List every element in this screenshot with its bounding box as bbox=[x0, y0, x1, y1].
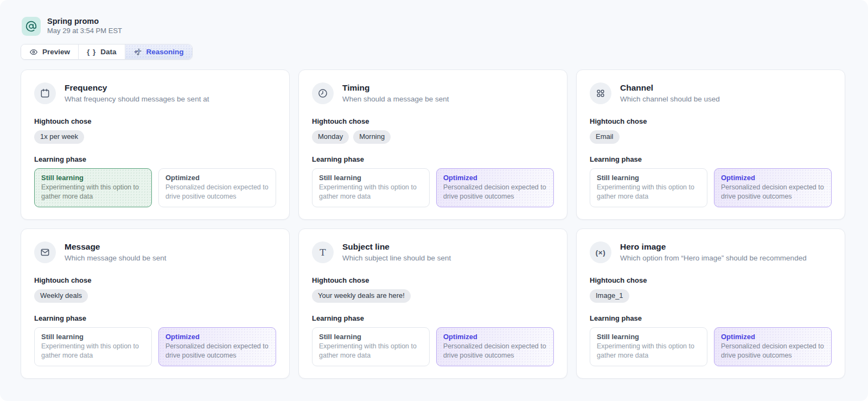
card-title: Channel bbox=[620, 82, 720, 93]
card-description: What frequency should messages be sent a… bbox=[65, 94, 209, 104]
card-title: Hero image bbox=[620, 241, 807, 252]
header-text: Spring promo May 29 at 3:54 PM EST bbox=[47, 16, 122, 36]
clock-icon bbox=[312, 82, 334, 104]
option-still: Still learning Experimenting with this o… bbox=[590, 168, 707, 207]
option-description: Personalized decision expected to drive … bbox=[721, 183, 825, 201]
reasoning-page: Spring promo May 29 at 3:54 PM EST Previ… bbox=[0, 0, 868, 401]
view-tabs: Preview { } Data Reasoning bbox=[21, 44, 193, 60]
card-subject-line: T Subject line Which subject line should… bbox=[298, 228, 567, 379]
card-title: Frequency bbox=[65, 82, 209, 93]
option-description: Personalized decision expected to drive … bbox=[443, 342, 547, 360]
option-title: Still learning bbox=[41, 333, 145, 341]
option-still: Still learning Experimenting with this o… bbox=[34, 168, 152, 207]
card-timing: Timing When should a message be sent Hig… bbox=[298, 69, 567, 220]
option-description: Experimenting with this option to gather… bbox=[597, 183, 700, 201]
text-icon: T bbox=[312, 241, 334, 263]
learning-phase-label: Learning phase bbox=[34, 155, 276, 163]
option-optimized: Optimized Personalized decision expected… bbox=[158, 168, 276, 207]
option-title: Optimized bbox=[443, 174, 547, 182]
option-description: Experimenting with this option to gather… bbox=[319, 342, 423, 360]
learning-phase-label: Learning phase bbox=[312, 155, 554, 163]
tab-data[interactable]: { } Data bbox=[79, 44, 125, 59]
page-header: Spring promo May 29 at 3:54 PM EST bbox=[0, 0, 868, 36]
option-still: Still learning Experimenting with this o… bbox=[312, 168, 430, 207]
chosen-value-chip: Email bbox=[590, 130, 620, 144]
mail-icon bbox=[34, 241, 56, 263]
card-description: Which message should be sent bbox=[65, 253, 167, 263]
page-title: Spring promo bbox=[47, 16, 122, 26]
hightouch-chose-label: Hightouch chose bbox=[312, 276, 554, 284]
braces-icon: { } bbox=[87, 48, 96, 56]
option-description: Personalized decision expected to drive … bbox=[165, 342, 269, 360]
chosen-value-chip: Your weekly deals are here! bbox=[312, 289, 411, 303]
option-optimized: Optimized Personalized decision expected… bbox=[436, 168, 554, 207]
option-title: Optimized bbox=[721, 333, 825, 341]
timestamp: May 29 at 3:54 PM EST bbox=[47, 27, 122, 36]
option-description: Experimenting with this option to gather… bbox=[41, 342, 145, 360]
card-channel: Channel Which channel should be used Hig… bbox=[576, 69, 845, 220]
decision-cards-grid: Frequency What frequency should messages… bbox=[0, 60, 868, 379]
option-title: Optimized bbox=[165, 174, 269, 182]
learning-phase-label: Learning phase bbox=[590, 155, 832, 163]
learning-phase-label: Learning phase bbox=[312, 314, 554, 322]
calendar-icon bbox=[34, 82, 56, 104]
option-title: Optimized bbox=[165, 333, 269, 341]
option-optimized: Optimized Personalized decision expected… bbox=[158, 327, 276, 366]
option-title: Optimized bbox=[443, 333, 547, 341]
card-description: Which subject line should be sent bbox=[342, 253, 451, 263]
hightouch-chose-label: Hightouch chose bbox=[34, 276, 276, 284]
option-optimized: Optimized Personalized decision expected… bbox=[436, 327, 554, 366]
card-title: Message bbox=[65, 241, 167, 252]
card-frequency: Frequency What frequency should messages… bbox=[21, 69, 290, 220]
tab-preview[interactable]: Preview bbox=[21, 44, 79, 59]
card-description: When should a message be sent bbox=[342, 94, 449, 104]
option-title: Still learning bbox=[319, 174, 423, 182]
card-title: Timing bbox=[342, 82, 449, 93]
option-description: Personalized decision expected to drive … bbox=[165, 183, 269, 201]
learning-phase-label: Learning phase bbox=[590, 314, 832, 322]
option-still: Still learning Experimenting with this o… bbox=[590, 327, 707, 366]
card-message: Message Which message should be sent Hig… bbox=[21, 228, 290, 379]
option-title: Optimized bbox=[721, 174, 825, 182]
sparkles-icon bbox=[133, 48, 142, 56]
learning-phase-label: Learning phase bbox=[34, 314, 276, 322]
chosen-value-chip: Image_1 bbox=[590, 289, 629, 303]
eye-icon bbox=[29, 48, 38, 56]
hightouch-chose-label: Hightouch chose bbox=[312, 117, 554, 125]
card-description: Which option from “Hero image” should be… bbox=[620, 253, 807, 263]
tab-reasoning[interactable]: Reasoning bbox=[125, 44, 192, 59]
option-description: Experimenting with this option to gather… bbox=[41, 183, 145, 201]
option-description: Experimenting with this option to gather… bbox=[597, 342, 700, 360]
option-still: Still learning Experimenting with this o… bbox=[34, 327, 152, 366]
option-description: Experimenting with this option to gather… bbox=[319, 183, 423, 201]
option-title: Still learning bbox=[319, 333, 423, 341]
chosen-value-chip: Monday bbox=[312, 130, 349, 144]
hightouch-chose-label: Hightouch chose bbox=[34, 117, 276, 125]
card-hero-image: (×) Hero image Which option from “Hero i… bbox=[576, 228, 845, 379]
option-optimized: Optimized Personalized decision expected… bbox=[714, 327, 832, 366]
at-sign-icon bbox=[22, 17, 41, 36]
grid-icon bbox=[590, 82, 611, 104]
option-optimized: Optimized Personalized decision expected… bbox=[714, 168, 832, 207]
card-title: Subject line bbox=[342, 241, 451, 252]
option-description: Personalized decision expected to drive … bbox=[443, 183, 547, 201]
tab-label: Reasoning bbox=[146, 48, 184, 56]
tab-label: Preview bbox=[42, 48, 70, 56]
option-title: Still learning bbox=[597, 174, 700, 182]
option-description: Personalized decision expected to drive … bbox=[721, 342, 825, 360]
tab-label: Data bbox=[100, 48, 116, 56]
chosen-value-chip: Morning bbox=[353, 130, 391, 144]
variable-icon: (×) bbox=[590, 241, 611, 263]
option-title: Still learning bbox=[41, 174, 145, 182]
chosen-value-chip: 1x per week bbox=[34, 130, 84, 144]
card-description: Which channel should be used bbox=[620, 94, 720, 104]
chosen-value-chip: Weekly deals bbox=[34, 289, 88, 303]
option-still: Still learning Experimenting with this o… bbox=[312, 327, 430, 366]
hightouch-chose-label: Hightouch chose bbox=[590, 276, 832, 284]
hightouch-chose-label: Hightouch chose bbox=[590, 117, 832, 125]
option-title: Still learning bbox=[597, 333, 700, 341]
